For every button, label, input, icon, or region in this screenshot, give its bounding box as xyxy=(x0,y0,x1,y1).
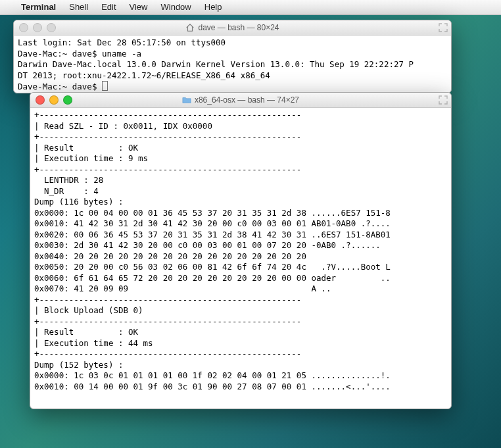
terminal-line: Dump (116 bytes) : xyxy=(34,197,447,208)
traffic-lights xyxy=(30,95,72,105)
menu-terminal[interactable]: Terminal xyxy=(14,0,62,14)
terminal-line: | Execution time : 44 ms xyxy=(34,338,447,349)
terminal-line: 0x0040: 20 20 20 20 20 20 20 20 20 20 20… xyxy=(34,251,447,262)
terminal-line: 0x0030: 2d 30 41 42 30 20 00 c0 00 03 00… xyxy=(34,240,447,251)
terminal-content[interactable]: Last login: Sat Dec 28 05:17:50 on ttys0… xyxy=(14,36,451,97)
home-icon xyxy=(185,23,195,32)
cursor xyxy=(102,81,108,91)
expand-icon[interactable] xyxy=(439,23,448,32)
terminal-line: Last login: Sat Dec 28 05:17:50 on ttys0… xyxy=(18,37,447,49)
terminal-line: | Execution time : 9 ms xyxy=(34,153,447,164)
terminal-line: Darwin Dave-Mac.local 13.0.0 Darwin Kern… xyxy=(18,59,447,70)
terminal-line: N_DR : 4 xyxy=(34,186,447,197)
terminal-line: Dave-Mac:~ dave$ uname -a xyxy=(18,49,447,60)
menu-bar[interactable]: Terminal Shell Edit View Window Help xyxy=(0,0,501,15)
menu-view[interactable]: View xyxy=(123,0,155,14)
terminal-line: DT 2013; root:xnu-2422.1.72~6/RELEASE_X8… xyxy=(18,70,447,82)
zoom-button[interactable] xyxy=(47,23,56,32)
terminal-line: Dave-Mac:~ dave$ xyxy=(18,81,447,93)
window-title: dave — bash — 80×24 xyxy=(14,23,451,32)
terminal-line: 0x0000: 1c 00 04 00 00 01 36 45 53 37 20… xyxy=(34,208,447,219)
menu-help[interactable]: Help xyxy=(198,0,229,14)
titlebar[interactable]: x86_64-osx — bash — 74×27 xyxy=(30,93,451,108)
terminal-line: 0x0000: 1c 03 0c 01 01 01 01 00 1f 02 02… xyxy=(34,370,447,382)
menu-shell[interactable]: Shell xyxy=(62,0,95,14)
terminal-line: | Result : OK xyxy=(34,327,447,338)
terminal-line: 0x0050: 20 20 00 c0 56 03 02 06 00 81 42… xyxy=(34,262,447,273)
titlebar[interactable]: dave — bash — 80×24 xyxy=(14,20,451,36)
menu-edit[interactable]: Edit xyxy=(95,0,122,14)
terminal-line: 0x0020: 00 06 36 45 53 37 20 31 35 31 2d… xyxy=(34,230,447,241)
terminal-line: | Read SZL - ID : 0x0011, IDX 0x0000 xyxy=(34,121,447,132)
window-title-text: dave — bash — 80×24 xyxy=(198,23,279,32)
terminal-window-front[interactable]: x86_64-osx — bash — 74×27 +-------------… xyxy=(30,92,452,409)
terminal-line: +---------------------------------------… xyxy=(34,132,447,143)
terminal-line: +---------------------------------------… xyxy=(34,164,447,176)
traffic-lights xyxy=(14,23,56,32)
window-title: x86_64-osx — bash — 74×27 xyxy=(30,95,451,105)
folder-icon xyxy=(182,95,191,105)
expand-icon[interactable] xyxy=(439,95,448,105)
terminal-line: +---------------------------------------… xyxy=(34,295,447,306)
close-button[interactable] xyxy=(36,95,45,105)
terminal-line: +---------------------------------------… xyxy=(34,316,447,328)
terminal-line: Dump (152 bytes) : xyxy=(34,360,447,371)
window-title-text: x86_64-osx — bash — 74×27 xyxy=(195,95,299,105)
terminal-line: 0x0060: 6f 61 64 65 72 20 20 20 20 20 20… xyxy=(34,273,447,284)
terminal-line: 0x0010: 41 42 30 31 2d 30 41 42 30 20 00… xyxy=(34,218,447,230)
minimize-button[interactable] xyxy=(33,23,42,32)
minimize-button[interactable] xyxy=(49,95,59,105)
terminal-line: | Result : OK xyxy=(34,143,447,154)
terminal-content[interactable]: +---------------------------------------… xyxy=(30,108,451,396)
terminal-line: | Block Upload (SDB 0) xyxy=(34,305,447,316)
terminal-line: LENTHDR : 28 xyxy=(34,175,447,186)
menu-window[interactable]: Window xyxy=(155,0,198,14)
zoom-button[interactable] xyxy=(63,95,72,105)
terminal-line: +---------------------------------------… xyxy=(34,110,447,121)
terminal-line: 0x0010: 00 14 00 00 01 9f 00 3c 01 90 00… xyxy=(34,382,447,393)
terminal-line: 0x0070: 41 20 09 09 A .. xyxy=(34,284,447,295)
close-button[interactable] xyxy=(19,23,28,32)
terminal-line: +---------------------------------------… xyxy=(34,349,447,360)
terminal-window-back[interactable]: dave — bash — 80×24 Last login: Sat Dec … xyxy=(13,20,452,93)
